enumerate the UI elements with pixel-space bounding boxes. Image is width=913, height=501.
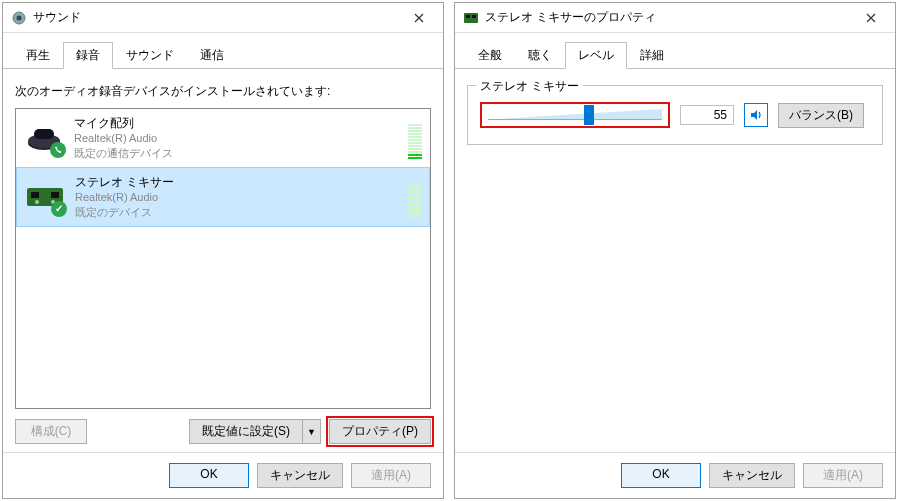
stereo-mixer-properties-dialog: ステレオ ミキサーのプロパティ 全般 聴く レベル 詳細 ステレオ ミキサー [454, 2, 896, 499]
svg-point-8 [35, 200, 39, 204]
properties-button[interactable]: プロパティ(P) [329, 419, 431, 444]
device-driver: Realtek(R) Audio [74, 131, 398, 146]
tab-general[interactable]: 全般 [465, 42, 515, 69]
set-default-button[interactable]: 既定値に設定(S) ▼ [189, 419, 321, 444]
apply-button: 適用(A) [803, 463, 883, 488]
bottom-bar: OK キャンセル 適用(A) [455, 452, 895, 498]
apply-button: 適用(A) [351, 463, 431, 488]
device-status: 既定の通信デバイス [74, 146, 398, 161]
level-meter [407, 174, 421, 220]
tab-communications[interactable]: 通信 [187, 42, 237, 69]
level-meter [408, 115, 422, 161]
speaker-icon [749, 108, 763, 122]
set-default-label[interactable]: 既定値に設定(S) [189, 419, 303, 444]
tab-bar: 再生 録音 サウンド 通信 [3, 33, 443, 69]
tab-listen[interactable]: 聴く [515, 42, 565, 69]
window-title: サウンド [33, 9, 399, 26]
device-texts: マイク配列 Realtek(R) Audio 既定の通信デバイス [74, 115, 398, 161]
stereo-mixer-icon: ✓ [25, 179, 65, 215]
mic-array-icon [24, 120, 64, 156]
set-default-dropdown[interactable]: ▼ [303, 419, 321, 444]
titlebar: ステレオ ミキサーのプロパティ [455, 3, 895, 33]
configure-button: 構成(C) [15, 419, 87, 444]
tab-bar: 全般 聴く レベル 詳細 [455, 33, 895, 69]
balance-button[interactable]: バランス(B) [778, 103, 864, 128]
recording-tab-body: 次のオーディオ録音デバイスがインストールされています: マイク配列 Realte… [3, 69, 443, 452]
titlebar: サウンド [3, 3, 443, 33]
sound-icon [11, 10, 27, 26]
bottom-bar: OK キャンセル 適用(A) [3, 452, 443, 498]
groupbox-title: ステレオ ミキサー [476, 78, 583, 95]
svg-rect-11 [466, 15, 470, 18]
cancel-button[interactable]: キャンセル [709, 463, 795, 488]
slider-thumb[interactable] [584, 105, 594, 125]
default-comm-badge-icon [50, 142, 66, 158]
levels-tab-body: ステレオ ミキサー 55 バランス(B) [455, 69, 895, 452]
tab-levels[interactable]: レベル [565, 42, 627, 69]
close-button[interactable] [399, 4, 439, 32]
cancel-button[interactable]: キャンセル [257, 463, 343, 488]
sound-dialog: サウンド 再生 録音 サウンド 通信 次のオーディオ録音デバイスがインストールさ… [2, 2, 444, 499]
tab-sounds[interactable]: サウンド [113, 42, 187, 69]
instruction-text: 次のオーディオ録音デバイスがインストールされています: [15, 83, 431, 100]
device-name: マイク配列 [74, 115, 398, 131]
svg-rect-7 [51, 192, 59, 198]
device-list[interactable]: マイク配列 Realtek(R) Audio 既定の通信デバイス ✓ [15, 108, 431, 409]
svg-rect-12 [472, 15, 476, 18]
level-row: 55 バランス(B) [480, 102, 870, 128]
device-status: 既定のデバイス [75, 205, 397, 220]
default-device-badge-icon: ✓ [51, 201, 67, 217]
svg-rect-6 [31, 192, 39, 198]
tab-recording[interactable]: 録音 [63, 42, 113, 69]
svg-marker-13 [488, 109, 662, 120]
svg-point-1 [17, 15, 22, 20]
device-item-stereo-mixer[interactable]: ✓ ステレオ ミキサー Realtek(R) Audio 既定のデバイス [16, 167, 430, 227]
chip-icon [463, 10, 479, 26]
tab-playback[interactable]: 再生 [13, 42, 63, 69]
ok-button[interactable]: OK [169, 463, 249, 488]
device-name: ステレオ ミキサー [75, 174, 397, 190]
volume-slider[interactable] [480, 102, 670, 128]
mid-button-row: 構成(C) 既定値に設定(S) ▼ プロパティ(P) [15, 419, 431, 444]
tab-advanced[interactable]: 詳細 [627, 42, 677, 69]
device-texts: ステレオ ミキサー Realtek(R) Audio 既定のデバイス [75, 174, 397, 220]
volume-value: 55 [680, 105, 734, 125]
ok-button[interactable]: OK [621, 463, 701, 488]
mute-button[interactable] [744, 103, 768, 127]
close-button[interactable] [851, 4, 891, 32]
window-title: ステレオ ミキサーのプロパティ [485, 9, 851, 26]
svg-rect-4 [34, 129, 54, 139]
device-driver: Realtek(R) Audio [75, 190, 397, 205]
device-item-mic-array[interactable]: マイク配列 Realtek(R) Audio 既定の通信デバイス [16, 109, 430, 168]
stereo-mixer-groupbox: ステレオ ミキサー 55 バランス(B) [467, 85, 883, 145]
